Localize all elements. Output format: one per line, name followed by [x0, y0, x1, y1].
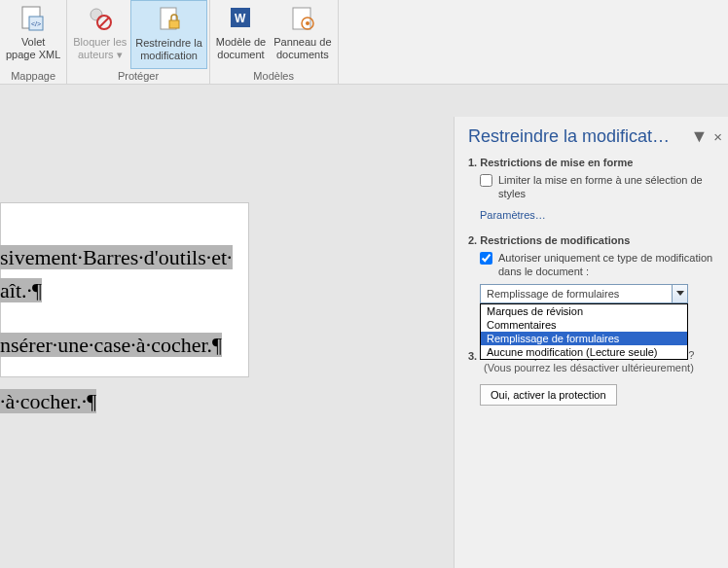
- combo-dropdown-list: Marques de révision Commentaires Remplis…: [480, 303, 688, 360]
- activate-protection-button[interactable]: Oui, activer la protection: [480, 384, 617, 406]
- pane-menu-icon[interactable]: ▼: [690, 126, 708, 147]
- restrict-editing-icon: [154, 4, 185, 35]
- svg-point-3: [91, 9, 102, 20]
- section-1-title: 1. Restrictions de mise en forme: [468, 157, 722, 168]
- svg-marker-13: [676, 291, 684, 296]
- restrict-editing-pane: Restreindre la modificat… ▼ × 1. Restric…: [454, 117, 728, 568]
- doc-line-3: nsérer·une·case·à·cocher.¶: [0, 333, 222, 358]
- ribbon: </> Volet ppage XML Mappage Bloquer les …: [0, 0, 728, 85]
- combo-value: Remplissage de formulaires: [480, 284, 688, 303]
- panel-label-1: Panneau de: [273, 36, 331, 49]
- dd-item-comments[interactable]: Commentaires: [481, 318, 687, 332]
- panel-label-2: documents: [276, 49, 329, 61]
- dd-item-revision[interactable]: Marques de révision: [481, 304, 687, 318]
- group-mapping-label: Mappage: [2, 69, 64, 84]
- doc-line-1: sivement·Barres·d'outils·et·: [0, 245, 233, 270]
- block-authors-label-2: auteurs ▾: [78, 49, 123, 61]
- group-protect-label: Protéger: [69, 69, 207, 84]
- allow-edit-row: Autoriser uniquement ce type de modifica…: [480, 251, 722, 278]
- template-label-1: Modèle de: [216, 36, 266, 49]
- block-authors-icon: [85, 3, 116, 34]
- group-models-label: Modèles: [212, 69, 336, 84]
- combo-dropdown-button[interactable]: [672, 284, 688, 303]
- block-authors-label-1: Bloquer les: [73, 36, 127, 49]
- svg-rect-7: [169, 20, 179, 28]
- restrict-editing-button[interactable]: Restreindre la modification: [130, 0, 206, 69]
- block-authors-button[interactable]: Bloquer les auteurs ▾: [69, 0, 130, 69]
- pane-title: Restreindre la modificat…: [468, 126, 670, 147]
- dd-item-forms[interactable]: Remplissage de formulaires: [481, 332, 687, 345]
- dd-item-readonly[interactable]: Aucune modification (Lecture seule): [481, 345, 687, 359]
- ribbon-group-models: W Modèle de document Panneau de document…: [210, 0, 339, 84]
- svg-text:</>: </>: [31, 20, 41, 27]
- doc-line-4: ·à·cocher.·¶: [0, 389, 96, 414]
- document-panel-button[interactable]: Panneau de documents: [270, 0, 335, 69]
- limit-formatting-checkbox[interactable]: [480, 174, 492, 187]
- edit-type-combo[interactable]: Remplissage de formulaires Marques de ré…: [480, 284, 688, 303]
- volet-xml-label-2: ppage XML: [6, 49, 60, 61]
- ribbon-group-protect: Bloquer les auteurs ▾ Restreindre la mod…: [67, 0, 210, 84]
- xml-pane-icon: </>: [18, 3, 49, 34]
- pane-close-icon[interactable]: ×: [713, 128, 722, 145]
- restrict-label-2: modification: [140, 50, 198, 62]
- svg-text:W: W: [235, 12, 246, 25]
- doc-line-2: aît.·¶: [0, 278, 42, 303]
- volet-xml-label-1: Volet: [21, 36, 45, 49]
- allow-edit-checkbox[interactable]: [480, 252, 492, 265]
- pane-title-row: Restreindre la modificat… ▼ ×: [468, 126, 722, 147]
- settings-link[interactable]: Paramètres…: [480, 209, 546, 221]
- limit-formatting-label: Limiter la mise en forme à une sélection…: [498, 173, 722, 200]
- template-label-2: document: [217, 49, 264, 61]
- word-template-icon: W: [225, 3, 256, 34]
- document-template-button[interactable]: W Modèle de document: [212, 0, 270, 69]
- document-panel-icon: [287, 3, 318, 34]
- restrict-label-1: Restreindre la: [135, 37, 201, 50]
- document-area[interactable]: sivement·Barres·d'outils·et· aît.·¶ nsér…: [0, 117, 434, 568]
- limit-formatting-row: Limiter la mise en forme à une sélection…: [480, 173, 722, 200]
- section-2-title: 2. Restrictions de modifications: [468, 234, 722, 246]
- chevron-down-icon: [676, 291, 684, 297]
- allow-edit-label: Autoriser uniquement ce type de modifica…: [498, 251, 722, 278]
- volet-mappage-xml-button[interactable]: </> Volet ppage XML: [2, 0, 64, 69]
- ribbon-group-mapping: </> Volet ppage XML Mappage: [0, 0, 67, 84]
- svg-point-12: [306, 21, 309, 25]
- section-3-num: 3.: [468, 350, 477, 362]
